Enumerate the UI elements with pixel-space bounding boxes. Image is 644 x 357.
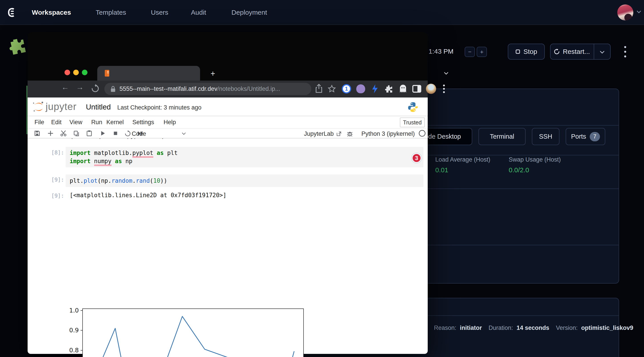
workspace-menu-button[interactable] — [621, 44, 629, 59]
menu-help[interactable]: Help — [164, 119, 176, 126]
menu-file[interactable]: File — [34, 119, 44, 126]
notification-badge: 3 — [412, 153, 422, 163]
restart-options-chevron-icon[interactable] — [599, 49, 605, 55]
extensions-puzzle-icon[interactable] — [383, 83, 394, 94]
stat-value: 0.0/2.0 — [509, 166, 561, 174]
window-zoom-button[interactable] — [82, 70, 88, 75]
code-cell[interactable]: plt.plot(np.random.rand(10)) — [66, 174, 424, 187]
stat-swap-usage: Swap Usage (Host) 0.0/2.0 — [509, 156, 561, 174]
stat-label: Swap Usage (Host) — [509, 156, 561, 163]
menu-edit[interactable]: Edit — [51, 119, 62, 126]
run-cell-icon[interactable] — [99, 130, 106, 137]
y-tick-label: 0.9 — [61, 327, 79, 334]
y-tick-label: 1.0 — [61, 307, 79, 314]
sidepanel-extension-icon[interactable] — [411, 83, 422, 94]
stop-icon — [516, 49, 520, 54]
share-icon[interactable] — [315, 84, 323, 93]
stop-button[interactable]: Stop — [508, 44, 545, 60]
cell-prompt: [8]: — [42, 150, 64, 156]
button-divider — [594, 44, 594, 59]
code-cell[interactable]: import matplotlib.pyplot as pltimport nu… — [66, 147, 424, 167]
menu-view[interactable]: View — [70, 119, 82, 126]
browser-window: Untitled ✕ + ← → 5555--main--test--matif… — [28, 32, 428, 354]
meta-duration-value: 14 seconds — [516, 324, 549, 332]
restart-icon — [554, 49, 560, 54]
browser-menu-kebab-icon[interactable] — [438, 83, 450, 94]
external-link-icon[interactable] — [336, 131, 342, 137]
workspace-time: 1:43 PM — [428, 48, 454, 55]
open-jupyterlab-link[interactable]: JupyterLab — [304, 130, 334, 137]
add-cell-icon[interactable] — [47, 130, 54, 137]
coder-logo-icon[interactable] — [5, 6, 17, 19]
restart-kernel-icon[interactable] — [124, 130, 131, 137]
ports-label: Ports — [571, 133, 586, 140]
meta-reason-label: Reason: — [434, 324, 456, 332]
nav-item-deployment[interactable]: Deployment — [232, 0, 267, 25]
bookmark-star-icon[interactable] — [328, 84, 336, 93]
menu-kernel[interactable]: Kernel — [106, 119, 124, 126]
menu-settings[interactable]: Settings — [132, 119, 154, 126]
window-close-button[interactable] — [64, 70, 70, 75]
lightning-extension-icon[interactable] — [370, 83, 380, 94]
browser-profile-avatar[interactable] — [426, 83, 436, 94]
trusted-button[interactable]: Trusted — [400, 118, 425, 127]
ssh-label: SSH — [539, 133, 552, 140]
python-logo-icon — [408, 102, 418, 112]
tab-search-chevron-icon[interactable] — [443, 70, 449, 76]
cell-type-chevron-icon[interactable] — [181, 131, 186, 136]
matplotlib-figure: 0.20.30.40.50.60.70.80.91.002468 — [28, 200, 339, 354]
notebook-page: jupyter Untitled Last Checkpoint: 3 minu… — [28, 98, 428, 354]
stat-label: Load Average (Host) — [435, 156, 490, 163]
lock-icon — [110, 86, 116, 92]
ghostery-extension-icon[interactable] — [398, 83, 408, 94]
zoom-in-button[interactable]: + — [477, 47, 487, 57]
new-tab-button[interactable]: + — [210, 69, 215, 78]
notebook-title[interactable]: Untitled — [86, 103, 111, 111]
window-minimize-button[interactable] — [73, 70, 79, 75]
kernel-name[interactable]: Python 3 (ipykernel) — [362, 130, 415, 137]
chevron-down-icon[interactable] — [636, 9, 642, 15]
output-text: [<matplotlib.lines.Line2D at 0x7fd03f191… — [70, 192, 226, 198]
browser-tab[interactable]: Untitled ✕ — [97, 66, 200, 80]
password-manager-extension-icon[interactable]: 1 — [341, 83, 352, 94]
nav-item-audit[interactable]: Audit — [191, 0, 206, 25]
meta-version-label: Version: — [556, 324, 578, 332]
save-icon[interactable] — [34, 130, 40, 137]
zoom-out-button[interactable]: − — [465, 47, 475, 57]
cell-prompt: [9]: — [42, 177, 64, 183]
notebook-favicon — [104, 70, 110, 77]
back-icon[interactable]: ← — [62, 83, 69, 92]
nav-item-workspaces[interactable]: Workspaces — [32, 0, 71, 25]
output-prompt: [9]: — [42, 193, 64, 199]
forward-icon[interactable]: → — [76, 83, 84, 92]
app-button-terminal[interactable]: Terminal — [478, 128, 526, 145]
reload-icon[interactable] — [91, 84, 100, 93]
clipped-cell-line: import matplotlib.pyplot as plt — [64, 138, 331, 143]
paste-cell-icon[interactable] — [86, 130, 92, 137]
stat-value: 0.01 — [435, 166, 490, 174]
menu-run[interactable]: Run — [91, 119, 102, 126]
nav-item-users[interactable]: Users — [151, 0, 168, 25]
cell-type-select[interactable]: Code — [132, 130, 146, 137]
copy-cell-icon[interactable] — [73, 130, 80, 137]
nav-item-templates[interactable]: Templates — [96, 0, 126, 25]
url-bar[interactable]: 5555--main--test--matifali.atif.cdr.dev/… — [104, 83, 311, 95]
jupyter-logo-icon — [32, 100, 44, 113]
github-extension-icon[interactable] — [355, 83, 366, 94]
user-avatar[interactable] — [617, 4, 633, 20]
meta-version-value: optimistic_liskov9 — [581, 324, 633, 332]
interrupt-kernel-icon[interactable] — [112, 130, 119, 137]
meta-reason-value: initiator — [460, 324, 482, 332]
url-text: 5555--main--test--matifali.atif.cdr.dev/… — [120, 86, 280, 92]
puzzle-piece-icon — [6, 36, 28, 58]
app-button-ports[interactable]: Ports 7 — [566, 128, 605, 145]
kernel-status-icon — [419, 130, 426, 137]
checkpoint-status: Last Checkpoint: 3 minutes ago — [117, 104, 202, 111]
screen: Workspaces Templates Users Audit Deploym… — [0, 0, 644, 357]
build-meta-row: Reason:initiator Duration:14 seconds Ver… — [434, 324, 636, 332]
cut-cell-icon[interactable] — [60, 130, 67, 137]
app-button-ssh[interactable]: SSH — [532, 128, 560, 145]
plot-line — [83, 309, 304, 357]
terminal-label: Terminal — [490, 133, 514, 140]
debugger-bug-icon[interactable] — [347, 130, 353, 137]
